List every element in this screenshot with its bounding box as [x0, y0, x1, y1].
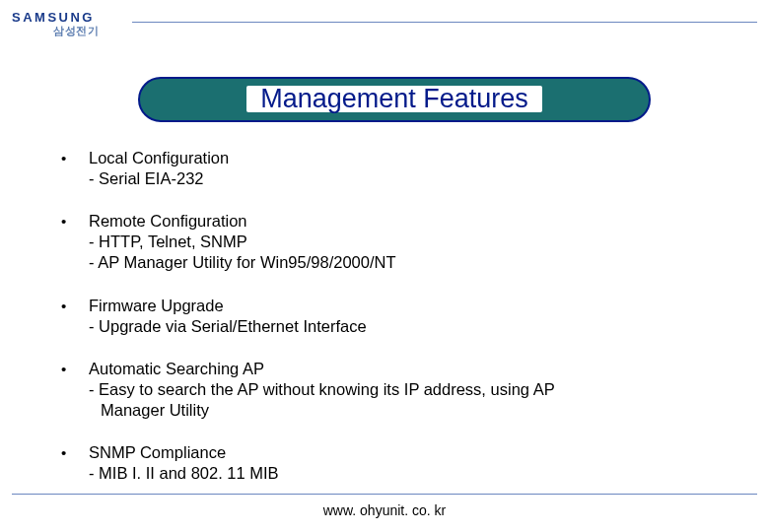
content-list: • Local Configuration Serial EIA-232 • R… — [61, 148, 730, 505]
bullet-icon: • — [61, 148, 89, 167]
item-sub: Upgrade via Serial/Ethernet Interface — [89, 316, 730, 337]
item-sub: AP Manager Utility for Win95/98/2000/NT — [89, 252, 730, 273]
item-sub: MIB I. II and 802. 11 MIB — [89, 463, 730, 484]
bullet-icon: • — [61, 359, 89, 378]
bullet-icon: • — [61, 296, 89, 315]
item-title: Local Configuration — [89, 148, 730, 168]
list-item: • Remote Configuration HTTP, Telnet, SNM… — [61, 211, 730, 273]
logo: SAMSUNG 삼성전기 — [12, 10, 99, 38]
page-title: Management Features — [246, 86, 542, 112]
list-item: • Local Configuration Serial EIA-232 — [61, 148, 730, 189]
item-title: Remote Configuration — [89, 211, 730, 232]
bullet-icon: • — [61, 211, 89, 231]
item-sub: Serial EIA-232 — [89, 168, 730, 189]
header: SAMSUNG 삼성전기 — [12, 10, 757, 38]
item-title: Firmware Upgrade — [89, 296, 730, 316]
list-item: • Firmware Upgrade Upgrade via Serial/Et… — [61, 296, 730, 337]
item-sub: HTTP, Telnet, SNMP — [89, 232, 730, 252]
logo-sub: 삼성전기 — [53, 24, 99, 38]
item-sub: Manager Utility — [89, 400, 730, 421]
footer-divider — [12, 494, 757, 495]
footer-url: www. ohyunit. co. kr — [0, 502, 769, 518]
bullet-icon: • — [61, 442, 89, 462]
logo-main: SAMSUNG — [12, 10, 99, 25]
title-pill: Management Features — [138, 77, 651, 122]
item-title: SNMP Compliance — [89, 442, 730, 463]
list-item: • SNMP Compliance MIB I. II and 802. 11 … — [61, 442, 730, 484]
list-item: • Automatic Searching AP Easy to search … — [61, 359, 730, 421]
item-sub: Easy to search the AP without knowing it… — [89, 379, 730, 400]
header-divider — [132, 22, 757, 23]
item-title: Automatic Searching AP — [89, 359, 730, 379]
